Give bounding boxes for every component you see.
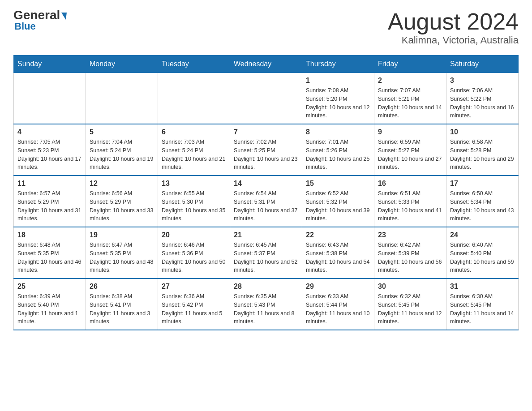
- day-info: Sunrise: 7:04 AMSunset: 5:24 PMDaylight:…: [90, 138, 154, 171]
- calendar-cell: 8Sunrise: 7:01 AMSunset: 5:26 PMDaylight…: [302, 124, 374, 176]
- calendar-cell: 6Sunrise: 7:03 AMSunset: 5:24 PMDaylight…: [158, 124, 230, 176]
- page-title: August 2024: [388, 9, 519, 34]
- day-info: Sunrise: 6:33 AMSunset: 5:44 PMDaylight:…: [306, 292, 370, 326]
- day-info: Sunrise: 6:54 AMSunset: 5:31 PMDaylight:…: [234, 189, 298, 223]
- day-number: 1: [306, 77, 370, 85]
- calendar-cell: 17Sunrise: 6:50 AMSunset: 5:34 PMDayligh…: [446, 176, 519, 227]
- calendar-cell: 9Sunrise: 6:59 AMSunset: 5:27 PMDaylight…: [374, 124, 446, 176]
- day-info: Sunrise: 6:32 AMSunset: 5:45 PMDaylight:…: [378, 292, 442, 326]
- day-info: Sunrise: 6:55 AMSunset: 5:30 PMDaylight:…: [162, 189, 226, 223]
- calendar-cell: 30Sunrise: 6:32 AMSunset: 5:45 PMDayligh…: [374, 278, 446, 330]
- day-number: 21: [234, 231, 298, 239]
- day-number: 18: [17, 231, 82, 239]
- calendar-cell: 14Sunrise: 6:54 AMSunset: 5:31 PMDayligh…: [230, 176, 302, 227]
- calendar-cell: [14, 73, 86, 124]
- day-number: 13: [162, 180, 226, 188]
- weekday-header-wednesday: Wednesday: [230, 56, 302, 73]
- day-info: Sunrise: 7:07 AMSunset: 5:21 PMDaylight:…: [378, 86, 442, 120]
- day-number: 22: [306, 231, 370, 239]
- calendar-table: SundayMondayTuesdayWednesdayThursdayFrid…: [13, 55, 519, 330]
- day-number: 12: [90, 180, 154, 188]
- day-info: Sunrise: 6:38 AMSunset: 5:41 PMDaylight:…: [90, 292, 154, 326]
- day-info: Sunrise: 6:57 AMSunset: 5:29 PMDaylight:…: [17, 189, 82, 223]
- day-info: Sunrise: 6:43 AMSunset: 5:38 PMDaylight:…: [306, 241, 370, 274]
- calendar-cell: 26Sunrise: 6:38 AMSunset: 5:41 PMDayligh…: [86, 278, 158, 330]
- logo: General Blue: [13, 9, 67, 32]
- day-info: Sunrise: 6:58 AMSunset: 5:28 PMDaylight:…: [450, 138, 515, 171]
- calendar-cell: 11Sunrise: 6:57 AMSunset: 5:29 PMDayligh…: [14, 176, 86, 227]
- calendar-cell: 29Sunrise: 6:33 AMSunset: 5:44 PMDayligh…: [302, 278, 374, 330]
- day-info: Sunrise: 6:35 AMSunset: 5:43 PMDaylight:…: [234, 292, 298, 326]
- calendar-cell: 13Sunrise: 6:55 AMSunset: 5:30 PMDayligh…: [158, 176, 230, 227]
- calendar-cell: 3Sunrise: 7:06 AMSunset: 5:22 PMDaylight…: [446, 73, 519, 124]
- day-info: Sunrise: 7:08 AMSunset: 5:20 PMDaylight:…: [306, 86, 370, 120]
- day-info: Sunrise: 6:47 AMSunset: 5:35 PMDaylight:…: [90, 241, 154, 274]
- day-number: 9: [378, 128, 442, 136]
- calendar-header-row: SundayMondayTuesdayWednesdayThursdayFrid…: [14, 56, 519, 73]
- calendar-cell: 12Sunrise: 6:56 AMSunset: 5:29 PMDayligh…: [86, 176, 158, 227]
- day-number: 24: [450, 231, 515, 239]
- day-number: 17: [450, 180, 515, 188]
- calendar-cell: 19Sunrise: 6:47 AMSunset: 5:35 PMDayligh…: [86, 227, 158, 278]
- weekday-header-monday: Monday: [86, 56, 158, 73]
- calendar-cell: [158, 73, 230, 124]
- logo-general-text: General: [13, 9, 67, 21]
- day-number: 8: [306, 128, 370, 136]
- day-info: Sunrise: 6:51 AMSunset: 5:33 PMDaylight:…: [378, 189, 442, 223]
- day-number: 16: [378, 180, 442, 188]
- calendar-cell: [86, 73, 158, 124]
- day-info: Sunrise: 6:45 AMSunset: 5:37 PMDaylight:…: [234, 241, 298, 274]
- calendar-cell: 31Sunrise: 6:30 AMSunset: 5:45 PMDayligh…: [446, 278, 519, 330]
- day-number: 19: [90, 231, 154, 239]
- weekday-header-saturday: Saturday: [446, 56, 519, 73]
- day-info: Sunrise: 6:59 AMSunset: 5:27 PMDaylight:…: [378, 138, 442, 171]
- calendar-cell: 23Sunrise: 6:42 AMSunset: 5:39 PMDayligh…: [374, 227, 446, 278]
- weekday-header-friday: Friday: [374, 56, 446, 73]
- weekday-header-thursday: Thursday: [302, 56, 374, 73]
- day-number: 23: [378, 231, 442, 239]
- calendar-cell: 2Sunrise: 7:07 AMSunset: 5:21 PMDaylight…: [374, 73, 446, 124]
- weekday-header-tuesday: Tuesday: [158, 56, 230, 73]
- day-info: Sunrise: 6:40 AMSunset: 5:40 PMDaylight:…: [450, 241, 515, 274]
- day-number: 2: [378, 77, 442, 85]
- calendar-week-3: 11Sunrise: 6:57 AMSunset: 5:29 PMDayligh…: [14, 176, 519, 227]
- day-number: 5: [90, 128, 154, 136]
- calendar-week-5: 25Sunrise: 6:39 AMSunset: 5:40 PMDayligh…: [14, 278, 519, 330]
- day-number: 30: [378, 283, 442, 291]
- day-number: 3: [450, 77, 515, 85]
- calendar-cell: 15Sunrise: 6:52 AMSunset: 5:32 PMDayligh…: [302, 176, 374, 227]
- calendar-week-4: 18Sunrise: 6:48 AMSunset: 5:35 PMDayligh…: [14, 227, 519, 278]
- day-number: 10: [450, 128, 515, 136]
- calendar-week-2: 4Sunrise: 7:05 AMSunset: 5:23 PMDaylight…: [14, 124, 519, 176]
- calendar-cell: 27Sunrise: 6:36 AMSunset: 5:42 PMDayligh…: [158, 278, 230, 330]
- calendar-cell: 4Sunrise: 7:05 AMSunset: 5:23 PMDaylight…: [14, 124, 86, 176]
- calendar-cell: 24Sunrise: 6:40 AMSunset: 5:40 PMDayligh…: [446, 227, 519, 278]
- calendar-cell: 10Sunrise: 6:58 AMSunset: 5:28 PMDayligh…: [446, 124, 519, 176]
- calendar-week-1: 1Sunrise: 7:08 AMSunset: 5:20 PMDaylight…: [14, 73, 519, 124]
- page-header: General Blue August 2024 Kalimna, Victor…: [13, 9, 519, 46]
- day-number: 27: [162, 283, 226, 291]
- day-info: Sunrise: 7:05 AMSunset: 5:23 PMDaylight:…: [17, 138, 82, 171]
- day-number: 11: [17, 180, 82, 188]
- calendar-cell: 22Sunrise: 6:43 AMSunset: 5:38 PMDayligh…: [302, 227, 374, 278]
- day-number: 4: [17, 128, 82, 136]
- calendar-cell: 7Sunrise: 7:02 AMSunset: 5:25 PMDaylight…: [230, 124, 302, 176]
- day-info: Sunrise: 6:30 AMSunset: 5:45 PMDaylight:…: [450, 292, 515, 326]
- day-info: Sunrise: 6:36 AMSunset: 5:42 PMDaylight:…: [162, 292, 226, 326]
- day-info: Sunrise: 7:06 AMSunset: 5:22 PMDaylight:…: [450, 86, 515, 120]
- calendar-cell: 16Sunrise: 6:51 AMSunset: 5:33 PMDayligh…: [374, 176, 446, 227]
- day-number: 28: [234, 283, 298, 291]
- day-info: Sunrise: 6:46 AMSunset: 5:36 PMDaylight:…: [162, 241, 226, 274]
- day-info: Sunrise: 6:52 AMSunset: 5:32 PMDaylight:…: [306, 189, 370, 223]
- day-number: 14: [234, 180, 298, 188]
- calendar-cell: 5Sunrise: 7:04 AMSunset: 5:24 PMDaylight…: [86, 124, 158, 176]
- day-number: 31: [450, 283, 515, 291]
- day-info: Sunrise: 6:48 AMSunset: 5:35 PMDaylight:…: [17, 241, 82, 274]
- title-area: August 2024 Kalimna, Victoria, Australia: [388, 9, 519, 46]
- calendar-cell: 25Sunrise: 6:39 AMSunset: 5:40 PMDayligh…: [14, 278, 86, 330]
- calendar-cell: 28Sunrise: 6:35 AMSunset: 5:43 PMDayligh…: [230, 278, 302, 330]
- page-subtitle: Kalimna, Victoria, Australia: [388, 34, 519, 46]
- day-info: Sunrise: 6:39 AMSunset: 5:40 PMDaylight:…: [17, 292, 82, 326]
- day-info: Sunrise: 7:02 AMSunset: 5:25 PMDaylight:…: [234, 138, 298, 171]
- day-info: Sunrise: 7:01 AMSunset: 5:26 PMDaylight:…: [306, 138, 370, 171]
